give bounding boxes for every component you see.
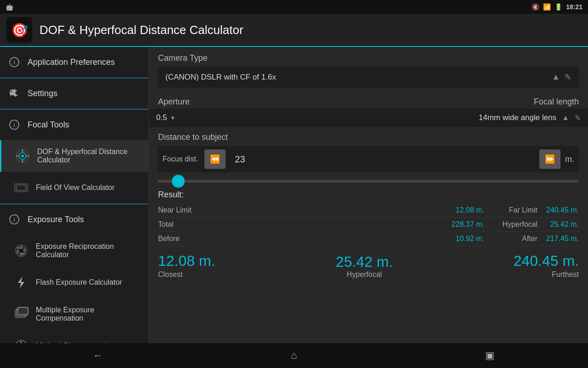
furthest-result: 240.45 m. Furthest xyxy=(514,253,579,279)
focus-value: 23 xyxy=(230,154,535,165)
sidebar-item-settings[interactable]: Settings xyxy=(0,78,148,109)
sidebar-item-exposure-tools[interactable]: i Exposure Tools xyxy=(0,204,148,235)
furthest-label: Furthest xyxy=(552,270,579,279)
status-bar-right: 🔇 📶 🔋 18:21 xyxy=(531,3,582,11)
hyperfocal-label: Hyperfocal xyxy=(492,220,537,229)
camera-type-value: (CANON) DSLR with CF of 1.6x xyxy=(165,73,276,82)
main-layout: i Application Preferences Settings xyxy=(0,47,588,343)
svg-text:i: i xyxy=(14,59,15,66)
fov-icon xyxy=(13,179,29,196)
battery-icon: 🔋 xyxy=(554,3,562,11)
result-row-before: Before 10.92 m. After 217.45 m. xyxy=(158,232,579,246)
wifi-icon: 📶 xyxy=(543,3,551,11)
svg-marker-17 xyxy=(18,276,24,288)
sidebar-item-dof-calculator[interactable]: DOF & Hyperfocal Distance Calculator xyxy=(0,140,148,172)
sidebar: i Application Preferences Settings xyxy=(0,47,149,343)
slider-thumb[interactable] xyxy=(172,175,185,188)
near-limit-label: Near Limit xyxy=(158,206,204,214)
sidebar-item-focal-tools[interactable]: i Focal Tools xyxy=(0,109,148,140)
sidebar-label-dof-calculator: DOF & Hyperfocal Distance Calculator xyxy=(37,148,141,164)
bottom-nav: ← ⌂ ▣ xyxy=(0,343,588,368)
status-bar: 🤖 🔇 📶 🔋 18:21 xyxy=(0,0,588,14)
flash-icon xyxy=(13,274,29,291)
home-icon: ⌂ xyxy=(291,350,297,362)
sidebar-item-flash-exposure[interactable]: Flash Exposure Calculator xyxy=(0,267,148,299)
sidebar-label-fov-calculator: Field Of View Calculator xyxy=(36,184,114,192)
total-label: Total xyxy=(158,220,204,229)
focal-info-icon: i xyxy=(7,118,21,132)
total-value: 228.37 m. xyxy=(452,220,484,229)
sidebar-item-application-preferences[interactable]: i Application Preferences xyxy=(0,47,148,78)
sidebar-item-exposure-reciprocation[interactable]: Exposure Reciprocation Calculator xyxy=(0,235,148,267)
near-limit-value: 12.08 m. xyxy=(456,206,484,214)
sidebar-label-application-preferences: Application Preferences xyxy=(28,58,115,67)
svg-rect-20 xyxy=(18,307,28,315)
clock: 18:21 xyxy=(566,3,582,11)
far-limit-value: 240.45 m. xyxy=(537,206,579,214)
camera-type-icons: ▲ ✎ xyxy=(552,72,571,82)
layers-icon xyxy=(13,306,29,322)
android-icon: 🤖 xyxy=(6,3,13,11)
aperture-value: 0.5 xyxy=(156,113,167,122)
home-button[interactable]: ⌂ xyxy=(276,345,312,366)
result-row-total: Total 228.37 m. Hyperfocal 25.42 m. xyxy=(158,218,579,232)
svg-text:i: i xyxy=(14,216,15,223)
wrench-icon xyxy=(7,86,21,100)
app-title: DOF & Hyperfocal Distance Calculator xyxy=(40,23,243,37)
distance-label: Distance to subject xyxy=(158,132,579,142)
edit-icon: ✎ xyxy=(565,72,571,82)
aperture-focal-header: Aperture Focal length xyxy=(149,92,588,109)
sidebar-label-flash-exposure: Flash Exposure Calculator xyxy=(36,278,122,287)
sidebar-item-fov-calculator[interactable]: Field Of View Calculator xyxy=(0,172,148,204)
furthest-value: 240.45 m. xyxy=(514,253,579,270)
back-icon: ← xyxy=(93,350,103,362)
signal-icon: ▲ xyxy=(552,72,560,82)
far-limit-label: Far Limit xyxy=(492,206,537,214)
focus-dist-label: Focus dist. xyxy=(163,155,198,163)
closest-label: Closest xyxy=(158,270,215,279)
big-result-area: 12.08 m. Closest 25.42 m. Hyperfocal 240… xyxy=(149,248,588,283)
sidebar-item-minimal-shutterspeed[interactable]: Minimal Shutterspeed xyxy=(0,330,148,343)
sidebar-label-multiple-exposure: Multiple Exposure Compensation xyxy=(36,306,141,322)
aperture-value-group: 0.5 ▼ xyxy=(156,113,176,122)
camera-type-label: Camera Type xyxy=(158,53,579,63)
closest-value: 12.08 m. xyxy=(158,253,215,270)
focal-edit-icon: ✎ xyxy=(575,114,581,122)
aperture-focal-row: 0.5 ▼ 14mm wide angle lens ▲ ✎ xyxy=(149,109,588,127)
mute-icon: 🔇 xyxy=(531,3,539,11)
back-button[interactable]: ← xyxy=(79,345,116,366)
camera-type-section: Camera Type (CANON) DSLR with CF of 1.6x… xyxy=(149,47,588,92)
camera-type-dropdown[interactable]: (CANON) DSLR with CF of 1.6x ▲ ✎ xyxy=(158,67,579,88)
focal-length-label: Focal length xyxy=(368,97,579,107)
status-bar-left: 🤖 xyxy=(6,3,13,11)
shutter-icon xyxy=(13,338,29,343)
aperture-arrow: ▼ xyxy=(170,115,176,121)
rewind-button[interactable]: ⏪ xyxy=(204,150,226,169)
closest-result: 12.08 m. Closest xyxy=(158,253,215,279)
hyperfocal-big-value: 25.42 m. xyxy=(336,253,393,270)
recents-icon: ▣ xyxy=(485,350,495,362)
exposure-info-icon: i xyxy=(7,213,21,226)
aperture-icon xyxy=(13,242,29,259)
result-row-near-limit: Near Limit 12.08 m. Far Limit 240.45 m. xyxy=(158,203,579,218)
result-section: Result: Near Limit 12.08 m. Far Limit 24… xyxy=(149,186,588,248)
svg-text:i: i xyxy=(14,121,15,128)
sidebar-item-multiple-exposure[interactable]: Multiple Exposure Compensation xyxy=(0,299,148,330)
recents-button[interactable]: ▣ xyxy=(472,345,509,366)
hyperfocal-value: 25.42 m. xyxy=(537,220,579,229)
before-value: 10.92 m. xyxy=(456,235,484,243)
hyperfocal-big-label: Hyperfocal xyxy=(347,270,382,278)
app-icon: 🎯 xyxy=(6,17,32,43)
sidebar-label-exposure-reciprocation: Exposure Reciprocation Calculator xyxy=(36,242,141,259)
slider-track[interactable] xyxy=(158,180,579,183)
after-value: 217.45 m. xyxy=(537,235,579,243)
distance-unit: m. xyxy=(565,155,574,164)
focus-row: Focus dist. ⏪ 23 ⏩ m. xyxy=(158,146,579,172)
after-label: After xyxy=(492,235,537,243)
title-bar: 🎯 DOF & Hyperfocal Distance Calculator xyxy=(0,14,588,47)
focal-row-right: 14mm wide angle lens ▲ ✎ xyxy=(479,113,581,122)
fastforward-button[interactable]: ⏩ xyxy=(539,150,560,169)
svg-point-6 xyxy=(21,155,24,157)
sidebar-label-settings: Settings xyxy=(28,89,57,98)
camera-emoji: 🎯 xyxy=(11,22,28,38)
